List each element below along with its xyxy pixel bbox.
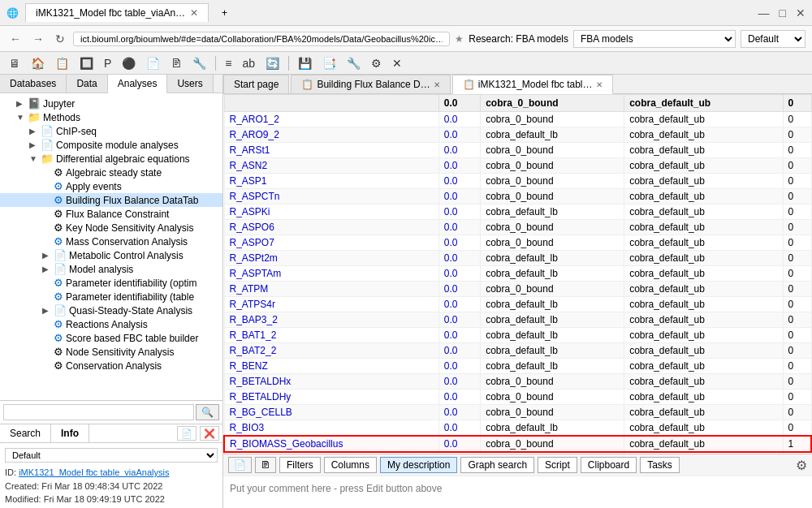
table-row[interactable]: R_ASPt2m0.0cobra_default_lbcobra_default…	[224, 251, 811, 266]
table-cell-name[interactable]: R_ATPS4r	[224, 297, 438, 312]
table-row[interactable]: R_BETALDHy0.0cobra_0_boundcobra_default_…	[224, 390, 811, 405]
table-cell-name[interactable]: R_BENZ	[224, 359, 438, 374]
toolbar-icon-btn1[interactable]: 📄	[228, 457, 252, 473]
filters-button[interactable]: Filters	[279, 457, 321, 473]
table-row[interactable]: R_BETALDHx0.0cobra_0_boundcobra_default_…	[224, 374, 811, 390]
table-cell-name[interactable]: R_ASP1	[224, 174, 438, 189]
clipboard-button[interactable]: Clipboard	[581, 457, 637, 473]
table-cell-name[interactable]: R_ARO1_2	[224, 112, 438, 127]
reload-button[interactable]: ↻	[52, 31, 68, 47]
tree-item-differential[interactable]: ▼ 📁 Differential algebraic equations	[0, 152, 222, 166]
toolbar-icon-btn2[interactable]: 🖹	[255, 457, 276, 473]
tree-item-reactions[interactable]: ⚙ Reactions Analysis	[0, 317, 222, 331]
table-cell-name[interactable]: R_ASPKi	[224, 204, 438, 220]
tree-item-methods[interactable]: ▼ 📁 Methods	[0, 110, 222, 124]
tree-toggle[interactable]: ▼	[29, 154, 41, 163]
maximize-icon[interactable]: □	[780, 6, 786, 19]
tree-toggle[interactable]: ▶	[29, 127, 41, 136]
toolbar-btn-align[interactable]: ≡	[221, 54, 235, 72]
table-cell-name[interactable]: R_ASPt2m	[224, 251, 438, 266]
tab-databases[interactable]: Databases	[0, 75, 67, 93]
tab-search[interactable]: Search	[0, 424, 51, 442]
tree-item-jupyter[interactable]: ▶ 📓 Jupyter	[0, 97, 222, 110]
tab-analyses[interactable]: Analyses	[108, 75, 168, 93]
script-button[interactable]: Script	[538, 457, 577, 473]
minimize-icon[interactable]: —	[758, 6, 770, 19]
tree-item-composite[interactable]: ▶ 📄 Composite module analyses	[0, 138, 222, 152]
toolbar-btn-3[interactable]: 📋	[51, 54, 73, 72]
table-cell-name[interactable]: R_BETALDHy	[224, 390, 438, 405]
table-row[interactable]: R_ARO9_20.0cobra_default_lbcobra_default…	[224, 127, 811, 143]
table-cell-name[interactable]: R_ARO9_2	[224, 127, 438, 143]
table-cell-name[interactable]: R_BIO3	[224, 420, 438, 437]
browser-tab[interactable]: iMK1321_Model fbc table_viaAn… ✕	[25, 3, 209, 22]
gear-button[interactable]: ⚙	[796, 458, 807, 473]
table-cell-name[interactable]: R_ASPTAm	[224, 266, 438, 282]
tree-item-score-fbc[interactable]: ⚙ Score based FBC table builder	[0, 331, 222, 345]
table-row[interactable]: R_BG_CELLB0.0cobra_0_boundcobra_default_…	[224, 405, 811, 420]
table-row[interactable]: R_ARSt10.0cobra_0_boundcobra_default_ub0	[224, 143, 811, 158]
tab-data[interactable]: Data	[67, 75, 107, 93]
info-link[interactable]: iMK1321_Model fbc table_viaAnalysis	[19, 467, 169, 477]
table-cell-name[interactable]: R_BAT2_2	[224, 343, 438, 359]
table-row[interactable]: R_BENZ0.0cobra_default_lbcobra_default_u…	[224, 359, 811, 374]
research-select[interactable]: FBA models	[573, 30, 736, 48]
tree-item-metabolic-control[interactable]: ▶ 📄 Metabolic Control Analysis	[0, 248, 222, 262]
table-row[interactable]: R_ASPTAm0.0cobra_default_lbcobra_default…	[224, 266, 811, 282]
toolbar-btn-close2[interactable]: ✕	[388, 54, 406, 72]
table-row[interactable]: R_BAT1_20.0cobra_default_lbcobra_default…	[224, 328, 811, 343]
table-row[interactable]: R_ASPO70.0cobra_0_boundcobra_default_ub0	[224, 235, 811, 251]
tree-search-button[interactable]: 🔍	[196, 404, 219, 420]
table-row[interactable]: R_BIO30.0cobra_default_lbcobra_default_u…	[224, 420, 811, 437]
table-cell-name[interactable]: R_BETALDHx	[224, 374, 438, 390]
bookmark-icon[interactable]: ★	[455, 33, 464, 45]
tree-item-conservation[interactable]: ⚙ Conservation Analysis	[0, 359, 222, 372]
tree-item-mass-conservation[interactable]: ⚙ Mass Conservation Analysis	[0, 235, 222, 248]
toolbar-btn-text[interactable]: ab	[239, 54, 260, 72]
table-row[interactable]: R_BIOMASS_Geobacillus0.0cobra_0_boundcob…	[224, 436, 811, 452]
toolbar-btn-p[interactable]: P	[100, 54, 115, 72]
toolbar-btn-save[interactable]: 💾	[294, 54, 316, 72]
table-row[interactable]: R_ASPKi0.0cobra_default_lbcobra_default_…	[224, 204, 811, 220]
tree-toggle[interactable]: ▶	[42, 251, 54, 260]
back-button[interactable]: ←	[6, 31, 24, 47]
table-cell-name[interactable]: R_ASPO7	[224, 235, 438, 251]
table-row[interactable]: R_ASPCTn0.0cobra_0_boundcobra_default_ub…	[224, 189, 811, 204]
toolbar-btn-2[interactable]: 🏠	[27, 54, 49, 72]
table-cell-name[interactable]: R_ARSt1	[224, 143, 438, 158]
table-cell-name[interactable]: R_ASN2	[224, 158, 438, 174]
table-row[interactable]: R_ATPS4r0.0cobra_default_lbcobra_default…	[224, 297, 811, 312]
doc-tab-start[interactable]: Start page	[223, 75, 289, 93]
tree-item-building-flux[interactable]: ⚙ Building Flux Balance DataTab	[0, 193, 222, 207]
table-cell-name[interactable]: R_ATPM	[224, 282, 438, 297]
tree-item-flux-balance[interactable]: ⚙ Flux Balance Constraint	[0, 207, 222, 221]
close-icon[interactable]: ✕	[796, 6, 806, 19]
tree-item-key-node[interactable]: ⚙ Key Node Sensitivity Analysis	[0, 221, 222, 235]
toolbar-btn-5[interactable]: ⚫	[118, 54, 140, 72]
doc-tab-building-flux[interactable]: 📋 Building Flux Balance D… ✕	[291, 75, 450, 93]
address-input[interactable]	[73, 32, 450, 46]
info-dropdown[interactable]: Default	[5, 448, 218, 463]
tree-toggle[interactable]: ▶	[16, 99, 28, 108]
doc-tab-imk1321[interactable]: 📋 iMK1321_Model fbc tabl… ✕	[452, 75, 613, 94]
table-cell-name[interactable]: R_ASPO6	[224, 220, 438, 235]
toolbar-btn-7[interactable]: 🖹	[166, 54, 186, 72]
table-row[interactable]: R_ASPO60.0cobra_0_boundcobra_default_ub0	[224, 220, 811, 235]
tree-toggle[interactable]: ▶	[29, 140, 41, 149]
tree-item-chipseq[interactable]: ▶ 📄 ChIP-seq	[0, 124, 222, 138]
tree-search-input[interactable]	[3, 404, 194, 420]
table-cell-name[interactable]: R_BIOMASS_Geobacillus	[224, 436, 438, 452]
building-flux-tab-close[interactable]: ✕	[434, 80, 440, 89]
columns-button[interactable]: Columns	[324, 457, 377, 473]
graph-search-button[interactable]: Graph search	[460, 457, 534, 473]
table-row[interactable]: R_BAT2_20.0cobra_default_lbcobra_default…	[224, 343, 811, 359]
tree-toggle[interactable]: ▼	[16, 113, 28, 122]
table-row[interactable]: R_BAP3_20.0cobra_default_lbcobra_default…	[224, 312, 811, 328]
toolbar-btn-refresh[interactable]: 🔄	[261, 54, 283, 72]
toolbar-btn-6[interactable]: 📄	[142, 54, 164, 72]
table-cell-name[interactable]: R_BAT1_2	[224, 328, 438, 343]
tree-item-quasi-steady[interactable]: ▶ 📄 Quasi-Steady-State Analysis	[0, 304, 222, 317]
tree-item-param-ident1[interactable]: ⚙ Parameter identifiability (optim	[0, 276, 222, 290]
default-select[interactable]: Default	[741, 30, 806, 48]
tasks-button[interactable]: Tasks	[640, 457, 680, 473]
